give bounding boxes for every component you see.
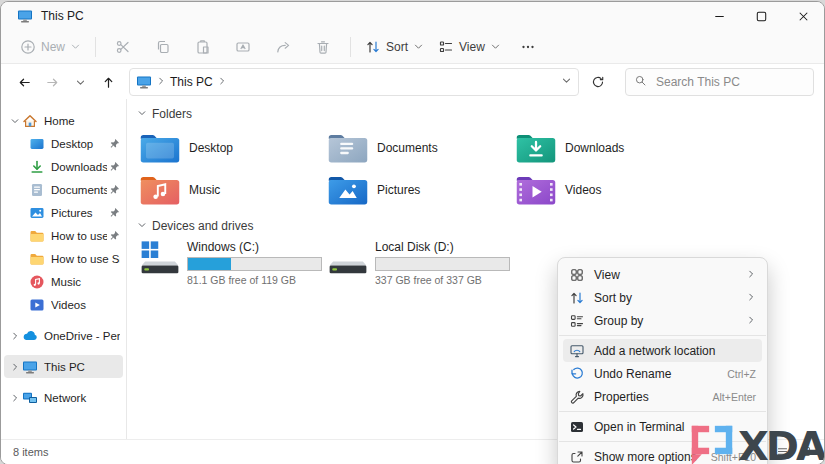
menu-item-label: Sort by <box>594 291 737 305</box>
folder-tile-downloads[interactable]: Downloads <box>513 127 701 169</box>
menu-item-group-by[interactable]: Group by <box>563 309 762 332</box>
sort-button[interactable]: Sort <box>358 35 431 59</box>
maximize-button[interactable] <box>740 2 782 30</box>
menu-item-open-in-terminal[interactable]: Open in Terminal <box>563 415 762 438</box>
folders-section-title: Folders <box>152 107 192 121</box>
drive-info: Local Disk (D:)337 GB free of 337 GB <box>375 239 510 283</box>
menu-item-properties[interactable]: PropertiesAlt+Enter <box>563 385 762 408</box>
paste-button[interactable] <box>183 35 223 59</box>
minimize-button[interactable] <box>698 2 740 30</box>
sidebar-item-label: This PC <box>44 361 120 373</box>
menu-network-icon <box>569 343 585 359</box>
menu-item-show-more-options[interactable]: Show more optionsShift+F10 <box>563 445 762 464</box>
search-input[interactable] <box>654 74 805 90</box>
view-button[interactable]: View <box>431 35 508 59</box>
chevron-down-icon <box>70 41 81 52</box>
sidebar-item-label: Music <box>51 276 120 288</box>
delete-button[interactable] <box>303 35 343 59</box>
sidebar-item-music[interactable]: Music <box>4 270 123 293</box>
folder-icon <box>29 228 45 244</box>
folder-tile-videos[interactable]: Videos <box>513 169 701 211</box>
folder-tile-label: Music <box>189 183 220 197</box>
menu-item-add-a-network-location[interactable]: Add a network location <box>563 339 762 362</box>
sidebar-item-videos[interactable]: Videos <box>4 293 123 316</box>
toolbar-divider <box>350 37 351 57</box>
new-button[interactable]: New <box>13 35 88 59</box>
search-icon <box>634 74 647 90</box>
sidebar-item-how-to-use-smart[interactable]: How to use Smart <box>4 247 123 270</box>
drive-capacity-fill <box>188 258 231 270</box>
sidebar-item-home[interactable]: Home <box>4 109 123 132</box>
chevron-down-icon <box>413 41 424 52</box>
sort-button-label: Sort <box>386 40 408 54</box>
downloads-icon <box>29 159 45 175</box>
menu-item-label: Undo Rename <box>594 367 718 381</box>
menu-separator <box>559 441 766 442</box>
menu-item-shortcut: Ctrl+Z <box>727 368 756 380</box>
back-button[interactable] <box>11 69 37 95</box>
sidebar-item-label: Home <box>44 115 120 127</box>
chevron-expanded-icon <box>137 219 147 233</box>
tree-chevron-icon[interactable] <box>7 116 22 126</box>
menu-item-undo-rename[interactable]: Undo RenameCtrl+Z <box>563 362 762 385</box>
menu-item-label: Group by <box>594 314 737 328</box>
close-button[interactable] <box>782 2 824 30</box>
menu-item-view[interactable]: View <box>563 263 762 286</box>
up-button[interactable] <box>95 69 121 95</box>
sidebar-item-how-to-use-file[interactable]: How to use File <box>4 224 123 247</box>
drive-name: Windows (C:) <box>187 240 322 254</box>
recent-locations-button[interactable] <box>67 69 93 95</box>
drives-section-title: Devices and drives <box>152 219 253 233</box>
folder-tile-label: Desktop <box>189 141 233 155</box>
breadcrumb-this-pc[interactable]: This PC <box>170 75 213 89</box>
folder-tile-pictures[interactable]: Pictures <box>325 169 513 211</box>
folder-tile-documents[interactable]: Documents <box>325 127 513 169</box>
trash-icon <box>315 39 331 55</box>
tree-chevron-icon[interactable] <box>7 331 22 341</box>
pin-icon <box>109 184 120 195</box>
share-icon <box>275 39 291 55</box>
music-folder-icon <box>139 173 181 207</box>
sidebar-item-this-pc[interactable]: This PC <box>4 355 123 378</box>
copy-button[interactable] <box>143 35 183 59</box>
sidebar-item-desktop[interactable]: Desktop <box>4 132 123 155</box>
downloads-folder-icon <box>515 131 557 165</box>
share-button[interactable] <box>263 35 303 59</box>
cut-button[interactable] <box>103 35 143 59</box>
more-options-button[interactable] <box>508 35 548 59</box>
sidebar-item-onedrive-personal[interactable]: OneDrive - Personal <box>4 324 123 347</box>
forward-button[interactable] <box>39 69 65 95</box>
folder-tile-desktop[interactable]: Desktop <box>137 127 325 169</box>
sort-icon <box>365 39 381 55</box>
drive-tile-c[interactable]: Windows (C:)81.1 GB free of 119 GB <box>137 239 325 283</box>
tree-chevron-icon[interactable] <box>7 362 22 372</box>
sidebar-item-label: Network <box>44 392 120 404</box>
rename-button[interactable] <box>223 35 263 59</box>
menu-item-sort-by[interactable]: Sort by <box>563 286 762 309</box>
folder-tile-music[interactable]: Music <box>137 169 325 211</box>
ellipsis-icon <box>520 39 536 55</box>
chevron-expanded-icon <box>137 107 147 121</box>
sidebar-item-pictures[interactable]: Pictures <box>4 201 123 224</box>
submenu-chevron-icon <box>746 314 756 328</box>
menu-item-label: Open in Terminal <box>594 420 756 434</box>
tree-chevron-icon[interactable] <box>7 393 22 403</box>
menu-separator <box>559 411 766 412</box>
sidebar-item-documents[interactable]: Documents <box>4 178 123 201</box>
sidebar-item-label: Desktop <box>51 138 107 150</box>
address-bar[interactable]: This PC <box>129 68 579 96</box>
sidebar-item-network[interactable]: Network <box>4 386 123 409</box>
large-thumbnails-toggle[interactable] <box>799 445 812 460</box>
folders-section-header[interactable]: Folders <box>137 105 824 123</box>
drives-section-header[interactable]: Devices and drives <box>137 217 824 235</box>
refresh-button[interactable] <box>585 69 611 95</box>
drive-tile-d[interactable]: Local Disk (D:)337 GB free of 337 GB <box>325 239 513 283</box>
details-view-toggle[interactable] <box>776 445 789 460</box>
copy-icon <box>155 39 171 55</box>
paste-icon <box>195 39 211 55</box>
address-dropdown-chevron-icon[interactable] <box>561 75 572 89</box>
plus-circle-icon <box>20 39 36 55</box>
submenu-chevron-icon <box>746 291 756 305</box>
sidebar-item-downloads[interactable]: Downloads <box>4 155 123 178</box>
chevron-right-icon <box>217 75 227 89</box>
